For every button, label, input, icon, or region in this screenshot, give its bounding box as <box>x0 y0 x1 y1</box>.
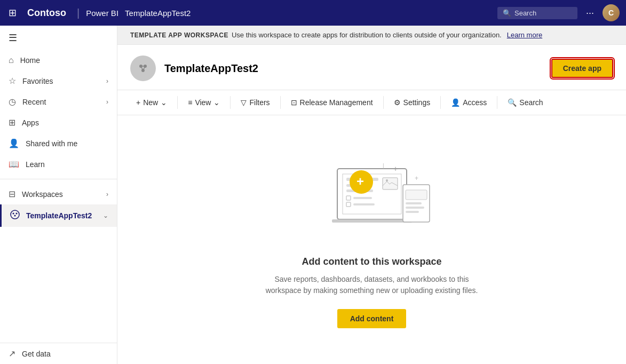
add-content-button[interactable]: Add content <box>337 309 407 328</box>
sidebar-learn-label: Learn <box>26 160 108 169</box>
sidebar-favorites-label: Favorites <box>22 77 100 85</box>
sidebar-templateapptest2-label: TemplateAppTest2 <box>26 211 97 220</box>
svg-point-3 <box>14 215 16 217</box>
sidebar-item-apps[interactable]: ⊞ Apps <box>0 112 117 133</box>
toolbar-sep-2 <box>230 96 231 109</box>
toolbar-sep-3 <box>280 96 281 109</box>
filters-icon: ▽ <box>241 98 247 107</box>
sidebar-get-data-label: Get data <box>22 350 108 358</box>
sidebar-item-recent[interactable]: ◷ Recent › <box>0 91 117 112</box>
recent-chevron-icon: › <box>106 98 108 106</box>
new-button[interactable]: + New ⌄ <box>130 94 173 110</box>
learn-more-link[interactable]: Learn more <box>507 31 542 39</box>
workspace-title: TemplateAppTest2 <box>164 62 551 75</box>
get-data-icon: ↗ <box>9 349 15 359</box>
new-chevron-icon: ⌄ <box>161 98 167 107</box>
sidebar-home-label: Home <box>20 56 108 65</box>
create-app-button[interactable]: Create app <box>551 59 613 78</box>
apps-icon: ⊞ <box>9 117 15 128</box>
access-label: Access <box>463 98 487 107</box>
svg-text:+: + <box>356 174 364 188</box>
access-icon: 👤 <box>451 98 460 107</box>
sidebar-item-favorites[interactable]: ☆ Favorites › <box>0 70 117 91</box>
more-options-icon[interactable]: ··· <box>586 7 594 19</box>
search-toolbar-button[interactable]: 🔍 Search <box>502 94 549 110</box>
powerbi-label: Power BI <box>86 9 118 18</box>
workspace-header: TemplateAppTest2 Create app <box>117 45 626 90</box>
svg-rect-16 <box>353 197 372 199</box>
sidebar-item-workspaces[interactable]: ⊟ Workspaces › <box>0 184 117 204</box>
search-box[interactable]: 🔍 Search <box>497 7 577 19</box>
sidebar-bottom: ↗ Get data <box>0 343 117 364</box>
empty-state: + + | + Add content to this workspace Sa… <box>117 115 626 350</box>
settings-icon: ⚙ <box>394 98 401 107</box>
sidebar-shared-label: Shared with me <box>26 139 108 148</box>
illustration: + + | + <box>308 147 436 243</box>
svg-text:+: + <box>393 164 398 173</box>
favorites-chevron-icon: › <box>106 77 108 85</box>
sidebar-item-shared[interactable]: 👤 Shared with me <box>0 133 117 154</box>
release-management-button[interactable]: ⊡ Release Management <box>285 94 379 110</box>
empty-state-description: Save reports, dashboards, datasets, and … <box>265 274 479 296</box>
top-nav: ⊞ Contoso | Power BI TemplateAppTest2 🔍 … <box>0 0 626 26</box>
toolbar-sep-4 <box>383 96 384 109</box>
workspaces-icon: ⊟ <box>9 189 15 199</box>
svg-rect-24 <box>406 202 422 204</box>
access-button[interactable]: 👤 Access <box>445 94 493 110</box>
settings-button[interactable]: ⚙ Settings <box>388 94 437 110</box>
view-button[interactable]: ≡ View ⌄ <box>182 94 226 110</box>
filters-button[interactable]: ▽ Filters <box>235 94 275 110</box>
avatar-initials: C <box>603 4 620 21</box>
sidebar-item-templateapptest2[interactable]: TemplateAppTest2 ⌄ <box>0 204 117 227</box>
sidebar: ☰ ⌂ Home ☆ Favorites › ◷ Recent › ⊞ Apps… <box>0 26 117 364</box>
empty-state-heading: Add content to this workspace <box>302 256 441 267</box>
sidebar-item-get-data[interactable]: ↗ Get data <box>0 343 117 364</box>
toolbar-sep-1 <box>177 96 178 109</box>
svg-point-2 <box>16 213 18 215</box>
sidebar-apps-label: Apps <box>22 118 108 127</box>
sidebar-toggle[interactable]: ☰ <box>0 26 117 50</box>
home-icon: ⌂ <box>9 56 14 65</box>
nav-divider: | <box>77 7 80 19</box>
template-banner: TEMPLATE APP WORKSPACE Use this workspac… <box>117 26 626 45</box>
svg-rect-26 <box>406 211 419 213</box>
favorites-icon: ☆ <box>9 76 16 86</box>
sidebar-divider <box>0 179 117 179</box>
banner-title: TEMPLATE APP WORKSPACE <box>130 31 228 39</box>
svg-rect-23 <box>406 190 427 200</box>
toolbar: + New ⌄ ≡ View ⌄ ▽ Filters ⊡ Release Man… <box>117 90 626 115</box>
release-icon: ⊡ <box>291 98 297 107</box>
toolbar-sep-6 <box>497 96 497 109</box>
search-label: Search <box>514 9 536 17</box>
svg-rect-21 <box>332 219 412 223</box>
search-toolbar-icon: 🔍 <box>508 98 517 107</box>
sidebar-item-home[interactable]: ⌂ Home <box>0 50 117 70</box>
workspace-icon <box>130 56 156 81</box>
svg-rect-18 <box>353 203 375 205</box>
toolbar-sep-5 <box>440 96 441 109</box>
filters-label: Filters <box>249 98 270 107</box>
svg-rect-15 <box>346 196 351 200</box>
svg-text:|: | <box>383 163 384 169</box>
svg-rect-17 <box>346 202 351 207</box>
view-chevron-icon: ⌄ <box>213 98 220 107</box>
brand-name: Contoso <box>23 7 70 19</box>
svg-text:+: + <box>415 175 418 182</box>
recent-icon: ◷ <box>9 97 16 107</box>
search-icon: 🔍 <box>503 9 511 17</box>
svg-point-20 <box>386 179 388 181</box>
new-label: New <box>143 98 158 107</box>
view-label: View <box>195 98 211 107</box>
sidebar-item-learn[interactable]: 📖 Learn <box>0 154 117 175</box>
avatar[interactable]: C <box>603 4 620 21</box>
grid-icon[interactable]: ⊞ <box>6 5 19 21</box>
svg-rect-25 <box>406 207 424 209</box>
main-content: TEMPLATE APP WORKSPACE Use this workspac… <box>117 26 626 364</box>
sidebar-recent-label: Recent <box>22 98 100 106</box>
new-plus-icon: + <box>136 98 140 107</box>
banner-description: Use this workspace to create apps for di… <box>232 31 502 39</box>
templateapptest2-chevron-icon: ⌄ <box>103 212 108 219</box>
view-icon: ≡ <box>188 98 192 107</box>
settings-label: Settings <box>403 98 431 107</box>
sidebar-workspaces-label: Workspaces <box>22 190 100 199</box>
